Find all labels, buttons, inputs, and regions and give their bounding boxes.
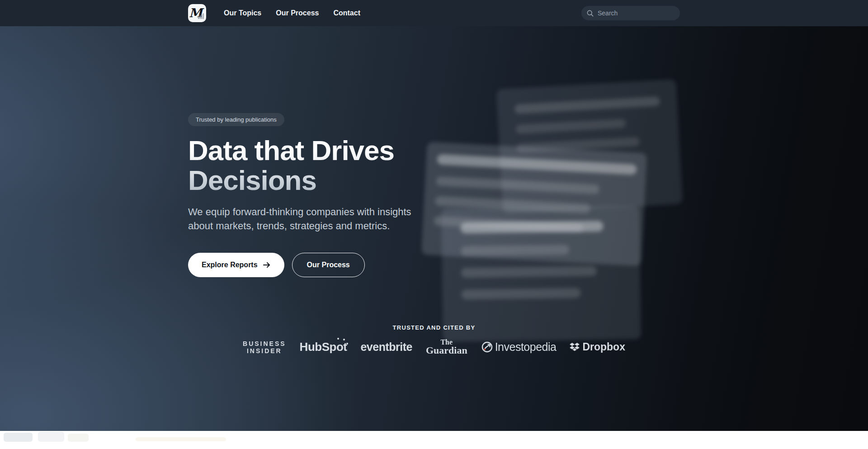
- nav-link-contact[interactable]: Contact: [333, 9, 360, 17]
- hero-title: Data that Drives Decisions: [188, 136, 518, 195]
- nav-link-our-topics[interactable]: Our Topics: [224, 9, 261, 17]
- nav-link-our-process[interactable]: Our Process: [276, 9, 319, 17]
- business-insider-logo: BUSINESS INSIDER: [243, 340, 286, 354]
- hubspot-text-pre: HubSp: [300, 340, 336, 354]
- ghost-shape: [136, 437, 226, 441]
- brand-logo[interactable]: M: [188, 4, 206, 22]
- business-insider-line2: INSIDER: [247, 347, 282, 354]
- nav-container: M Our Topics Our Process Contact: [188, 0, 680, 26]
- trust-badge: Trusted by leading publications: [188, 113, 284, 126]
- ghost-shape: [68, 434, 89, 442]
- explore-reports-label: Explore Reports: [202, 261, 258, 269]
- ghost-shape: [38, 432, 64, 442]
- search-input[interactable]: [598, 9, 670, 17]
- ghost-shape: [4, 433, 33, 442]
- nav-links: Our Topics Our Process Contact: [224, 9, 360, 17]
- hubspot-text-post: t: [343, 340, 347, 354]
- hubspot-sprocket-icon: o: [336, 340, 343, 354]
- trusted-by-label: TRUSTED AND CITED BY: [188, 324, 680, 331]
- investopedia-logo: Investopedia: [481, 340, 557, 354]
- dropbox-logo: Dropbox: [570, 341, 625, 353]
- dropbox-icon: [570, 343, 580, 352]
- search-icon: [587, 10, 594, 17]
- arrow-right-icon: [263, 261, 271, 269]
- guardian-line2: Guardian: [426, 345, 467, 355]
- brand-chart-bars-icon: [198, 13, 204, 19]
- top-navbar: M Our Topics Our Process Contact: [0, 0, 868, 26]
- guardian-logo: The Guardian: [426, 339, 467, 355]
- next-section-top: [0, 431, 868, 449]
- investopedia-text: Investopedia: [495, 340, 557, 354]
- investopedia-icon: [481, 341, 493, 353]
- search-bar[interactable]: [581, 6, 680, 20]
- hero-description: We equip forward-thinking companies with…: [188, 205, 421, 233]
- publication-logos: BUSINESS INSIDER HubSpot eventbrite The …: [188, 339, 680, 355]
- explore-reports-button[interactable]: Explore Reports: [188, 253, 284, 277]
- hubspot-logo: HubSpot: [300, 340, 347, 354]
- hero-content: Trusted by leading publications Data tha…: [188, 26, 680, 355]
- dropbox-text: Dropbox: [582, 341, 625, 353]
- hero-section: Trusted by leading publications Data tha…: [0, 26, 868, 431]
- eventbrite-logo: eventbrite: [360, 340, 412, 354]
- our-process-label: Our Process: [307, 261, 350, 269]
- our-process-button[interactable]: Our Process: [292, 253, 365, 277]
- business-insider-line1: BUSINESS: [243, 340, 286, 347]
- cta-row: Explore Reports Our Process: [188, 253, 680, 277]
